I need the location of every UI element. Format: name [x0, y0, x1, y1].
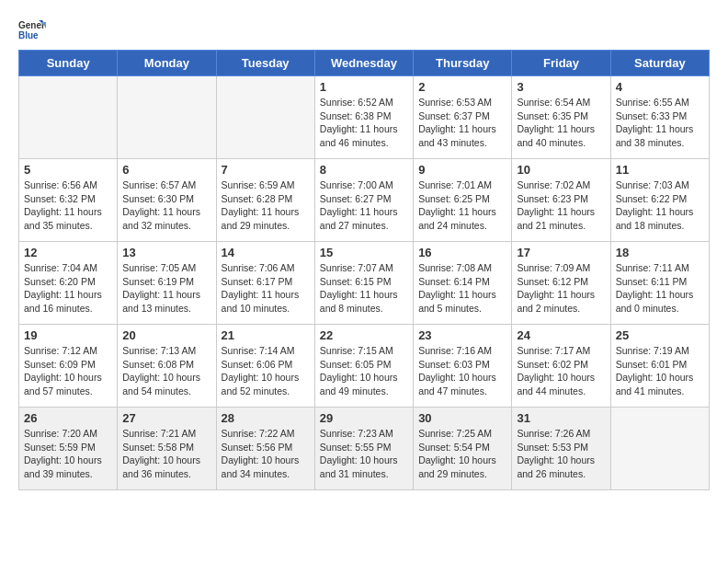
day-number: 30 [418, 411, 506, 425]
day-number: 27 [122, 411, 210, 425]
cell-info: Sunrise: 6:59 AM Sunset: 6:28 PM Dayligh… [222, 178, 310, 233]
day-header-friday: Friday [512, 51, 610, 76]
cell-info: Sunrise: 7:11 AM Sunset: 6:11 PM Dayligh… [616, 261, 704, 316]
day-number: 7 [222, 163, 310, 177]
day-number: 1 [320, 80, 408, 94]
cell-info: Sunrise: 7:04 AM Sunset: 6:20 PM Dayligh… [24, 261, 112, 316]
cell-info: Sunrise: 6:52 AM Sunset: 6:38 PM Dayligh… [320, 96, 408, 150]
day-number: 19 [24, 328, 112, 342]
cell-info: Sunrise: 7:03 AM Sunset: 6:22 PM Dayligh… [616, 178, 704, 233]
cell-info: Sunrise: 7:16 AM Sunset: 6:03 PM Dayligh… [418, 344, 506, 398]
calendar-table: SundayMondayTuesdayWednesdayThursdayFrid… [18, 50, 710, 490]
day-number: 5 [24, 163, 112, 177]
cal-cell: 30Sunrise: 7:25 AM Sunset: 5:54 PM Dayli… [414, 408, 512, 490]
cal-cell: 20Sunrise: 7:13 AM Sunset: 6:08 PM Dayli… [118, 325, 216, 408]
cell-info: Sunrise: 7:22 AM Sunset: 5:56 PM Dayligh… [222, 427, 310, 481]
cell-info: Sunrise: 7:21 AM Sunset: 5:58 PM Dayligh… [122, 427, 210, 481]
cal-cell: 15Sunrise: 7:07 AM Sunset: 6:15 PM Dayli… [314, 242, 413, 325]
cell-info: Sunrise: 7:13 AM Sunset: 6:08 PM Dayligh… [122, 344, 210, 398]
page-header: General Blue [18, 18, 710, 40]
cal-cell: 21Sunrise: 7:14 AM Sunset: 6:06 PM Dayli… [216, 325, 314, 408]
day-header-sunday: Sunday [19, 51, 118, 76]
cal-cell: 17Sunrise: 7:09 AM Sunset: 6:12 PM Dayli… [512, 242, 610, 325]
day-number: 16 [418, 246, 506, 259]
cell-info: Sunrise: 7:25 AM Sunset: 5:54 PM Dayligh… [418, 427, 506, 481]
cell-info: Sunrise: 7:19 AM Sunset: 6:01 PM Dayligh… [616, 344, 704, 398]
cal-cell: 23Sunrise: 7:16 AM Sunset: 6:03 PM Dayli… [414, 325, 512, 408]
cell-info: Sunrise: 7:17 AM Sunset: 6:02 PM Dayligh… [517, 344, 605, 398]
cal-cell: 4Sunrise: 6:55 AM Sunset: 6:33 PM Daylig… [610, 76, 709, 159]
cal-cell: 29Sunrise: 7:23 AM Sunset: 5:55 PM Dayli… [314, 408, 413, 490]
cell-info: Sunrise: 7:23 AM Sunset: 5:55 PM Dayligh… [320, 427, 408, 481]
cal-cell: 2Sunrise: 6:53 AM Sunset: 6:37 PM Daylig… [414, 76, 512, 159]
cell-info: Sunrise: 7:09 AM Sunset: 6:12 PM Dayligh… [517, 261, 605, 316]
day-header-tuesday: Tuesday [216, 51, 314, 76]
cal-cell: 24Sunrise: 7:17 AM Sunset: 6:02 PM Dayli… [512, 325, 610, 408]
cal-cell: 5Sunrise: 6:56 AM Sunset: 6:32 PM Daylig… [19, 159, 118, 242]
day-number: 22 [320, 328, 408, 342]
day-number: 13 [122, 246, 210, 259]
day-number: 24 [517, 328, 605, 342]
cell-info: Sunrise: 6:56 AM Sunset: 6:32 PM Dayligh… [24, 178, 112, 233]
day-number: 17 [517, 246, 605, 259]
day-number: 29 [320, 411, 408, 425]
day-header-monday: Monday [118, 51, 216, 76]
cal-cell: 7Sunrise: 6:59 AM Sunset: 6:28 PM Daylig… [216, 159, 314, 242]
day-header-thursday: Thursday [414, 51, 512, 76]
day-number: 11 [616, 163, 704, 177]
day-number: 6 [122, 163, 210, 177]
logo-icon: General Blue [18, 18, 46, 40]
cell-info: Sunrise: 7:07 AM Sunset: 6:15 PM Dayligh… [320, 261, 408, 316]
cal-cell: 27Sunrise: 7:21 AM Sunset: 5:58 PM Dayli… [118, 408, 216, 490]
cell-info: Sunrise: 7:06 AM Sunset: 6:17 PM Dayligh… [222, 261, 310, 316]
day-number: 23 [418, 328, 506, 342]
cell-info: Sunrise: 6:57 AM Sunset: 6:30 PM Dayligh… [122, 178, 210, 233]
cal-cell: 31Sunrise: 7:26 AM Sunset: 5:53 PM Dayli… [512, 408, 610, 490]
cal-cell: 10Sunrise: 7:02 AM Sunset: 6:23 PM Dayli… [512, 159, 610, 242]
cal-cell: 26Sunrise: 7:20 AM Sunset: 5:59 PM Dayli… [19, 408, 118, 490]
cal-cell [118, 76, 216, 159]
cal-cell: 28Sunrise: 7:22 AM Sunset: 5:56 PM Dayli… [216, 408, 314, 490]
cell-info: Sunrise: 7:20 AM Sunset: 5:59 PM Dayligh… [24, 427, 112, 481]
day-number: 4 [616, 80, 704, 94]
day-number: 12 [24, 246, 112, 259]
cal-cell: 8Sunrise: 7:00 AM Sunset: 6:27 PM Daylig… [314, 159, 413, 242]
cell-info: Sunrise: 7:08 AM Sunset: 6:14 PM Dayligh… [418, 261, 506, 316]
cell-info: Sunrise: 6:55 AM Sunset: 6:33 PM Dayligh… [616, 96, 704, 150]
cell-info: Sunrise: 7:14 AM Sunset: 6:06 PM Dayligh… [222, 344, 310, 398]
svg-text:Blue: Blue [18, 30, 39, 40]
cal-cell: 3Sunrise: 6:54 AM Sunset: 6:35 PM Daylig… [512, 76, 610, 159]
cal-cell [610, 408, 709, 490]
cal-cell [19, 76, 118, 159]
cell-info: Sunrise: 7:05 AM Sunset: 6:19 PM Dayligh… [122, 261, 210, 316]
cal-cell: 16Sunrise: 7:08 AM Sunset: 6:14 PM Dayli… [414, 242, 512, 325]
cal-cell: 25Sunrise: 7:19 AM Sunset: 6:01 PM Dayli… [610, 325, 709, 408]
cal-cell: 6Sunrise: 6:57 AM Sunset: 6:30 PM Daylig… [118, 159, 216, 242]
cell-info: Sunrise: 7:12 AM Sunset: 6:09 PM Dayligh… [24, 344, 112, 398]
day-number: 21 [222, 328, 310, 342]
cell-info: Sunrise: 7:00 AM Sunset: 6:27 PM Dayligh… [320, 178, 408, 233]
day-number: 20 [122, 328, 210, 342]
cell-info: Sunrise: 7:26 AM Sunset: 5:53 PM Dayligh… [517, 427, 605, 481]
cell-info: Sunrise: 6:53 AM Sunset: 6:37 PM Dayligh… [418, 96, 506, 150]
cal-cell: 14Sunrise: 7:06 AM Sunset: 6:17 PM Dayli… [216, 242, 314, 325]
cell-info: Sunrise: 7:01 AM Sunset: 6:25 PM Dayligh… [418, 178, 506, 233]
cal-cell [216, 76, 314, 159]
cal-cell: 13Sunrise: 7:05 AM Sunset: 6:19 PM Dayli… [118, 242, 216, 325]
day-number: 15 [320, 246, 408, 259]
day-number: 9 [418, 163, 506, 177]
cal-cell: 12Sunrise: 7:04 AM Sunset: 6:20 PM Dayli… [19, 242, 118, 325]
logo: General Blue [18, 18, 50, 40]
day-number: 3 [517, 80, 605, 94]
cell-info: Sunrise: 6:54 AM Sunset: 6:35 PM Dayligh… [517, 96, 605, 150]
day-number: 2 [418, 80, 506, 94]
day-number: 31 [517, 411, 605, 425]
day-number: 8 [320, 163, 408, 177]
cal-cell: 19Sunrise: 7:12 AM Sunset: 6:09 PM Dayli… [19, 325, 118, 408]
cal-cell: 18Sunrise: 7:11 AM Sunset: 6:11 PM Dayli… [610, 242, 709, 325]
day-header-wednesday: Wednesday [314, 51, 413, 76]
day-number: 10 [517, 163, 605, 177]
cal-cell: 22Sunrise: 7:15 AM Sunset: 6:05 PM Dayli… [314, 325, 413, 408]
cal-cell: 11Sunrise: 7:03 AM Sunset: 6:22 PM Dayli… [610, 159, 709, 242]
day-header-saturday: Saturday [610, 51, 709, 76]
